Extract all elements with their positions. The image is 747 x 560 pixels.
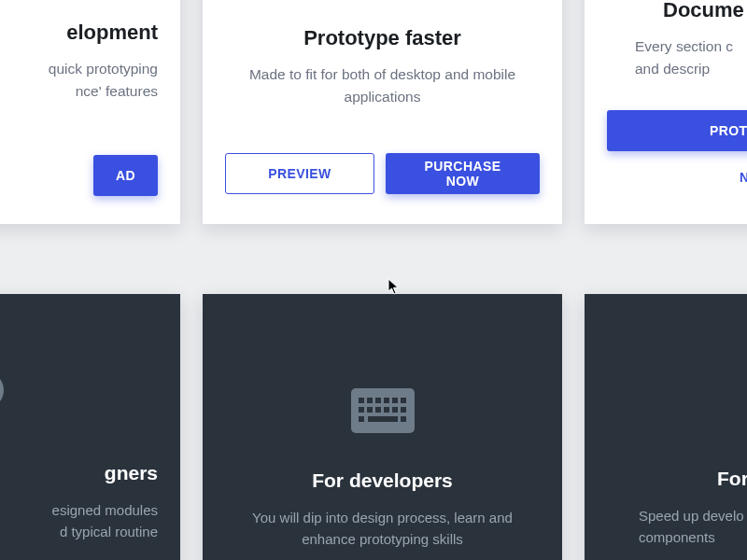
card-description: esigned modules d typical routine	[52, 499, 158, 543]
svg-rect-9	[359, 407, 364, 413]
feature-card-development: elopment quick prototyping nce' features…	[0, 0, 180, 224]
card-title: Docume	[663, 0, 744, 22]
prototype-button[interactable]: PROT	[607, 110, 747, 151]
keyboard-icon	[350, 389, 416, 432]
feature-card-prototype: Prototype faster Made to fit for both of…	[203, 0, 562, 224]
circle-icon	[0, 369, 18, 412]
purchase-now-button[interactable]: PURCHASE NOW	[386, 153, 540, 194]
download-button[interactable]: AD	[93, 155, 158, 196]
card-description: You will dip into design process, learn …	[233, 507, 532, 551]
card-description: Every section c and descrip	[635, 35, 733, 80]
svg-rect-15	[359, 416, 364, 422]
feature-card-row-light: elopment quick prototyping nce' features…	[0, 0, 747, 224]
card-title: For l	[717, 468, 747, 490]
card-description: Speed up develo components	[639, 505, 744, 549]
card-description: quick prototyping nce' features	[49, 58, 158, 103]
svg-rect-8	[401, 398, 406, 403]
feature-card-documentation: Docume Every section c and descrip PROT …	[585, 0, 747, 224]
svg-rect-3	[359, 398, 364, 403]
svg-rect-5	[375, 398, 381, 403]
card-title: For developers	[312, 469, 453, 492]
svg-rect-6	[384, 398, 389, 403]
preview-button[interactable]: PREVIEW	[225, 153, 374, 194]
audience-card-designers: gners esigned modules d typical routine	[0, 294, 180, 560]
svg-rect-13	[392, 407, 398, 413]
svg-rect-14	[401, 407, 406, 413]
card-title: gners	[105, 462, 158, 484]
feature-card-row-dark: gners esigned modules d typical routine …	[0, 294, 747, 560]
audience-card-developers: For developers You will dip into design …	[203, 294, 562, 560]
card-description: Made to fit for both of desktop and mobi…	[238, 63, 528, 108]
svg-rect-17	[401, 416, 406, 422]
card-title: elopment	[66, 21, 158, 45]
audience-card-right: For l Speed up develo components	[585, 294, 747, 560]
card-title: Prototype faster	[303, 26, 461, 50]
cursor-icon	[388, 278, 401, 295]
svg-rect-7	[392, 398, 398, 403]
svg-rect-12	[384, 407, 389, 413]
svg-rect-16	[368, 416, 398, 422]
svg-rect-11	[375, 407, 381, 413]
no-link[interactable]: NO,	[740, 170, 747, 185]
svg-rect-4	[367, 398, 373, 403]
svg-point-0	[0, 371, 4, 409]
svg-rect-10	[367, 407, 373, 413]
